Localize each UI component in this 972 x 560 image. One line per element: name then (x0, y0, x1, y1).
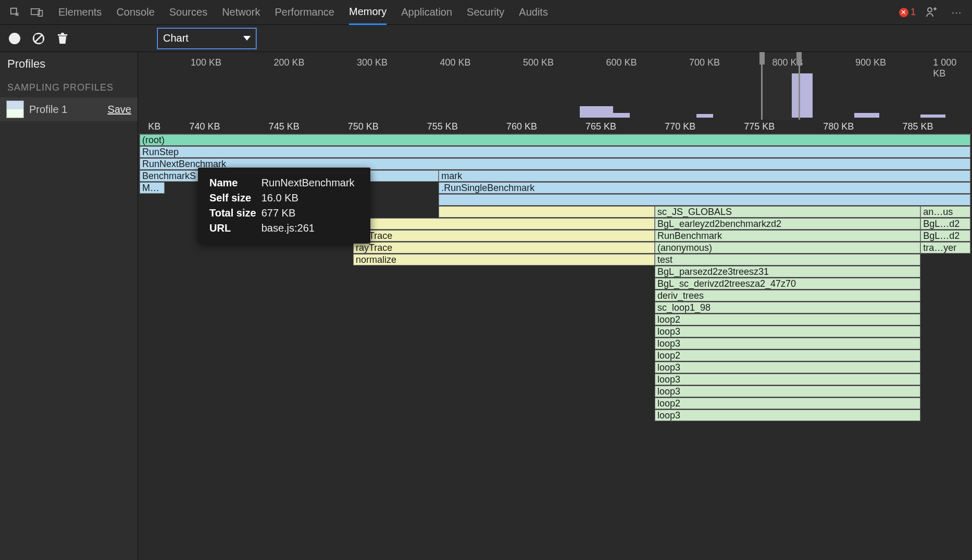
error-count-badge[interactable]: ✕ 1 (899, 7, 916, 18)
flame-cell[interactable]: test (655, 254, 920, 265)
flame-cell[interactable] (353, 218, 655, 230)
selection-grip-left[interactable] (759, 52, 765, 65)
flame-tick: 755 KB (427, 121, 458, 132)
flame-cell[interactable]: loop3 (655, 374, 920, 385)
tooltip-total-val: 677 KB (261, 206, 359, 220)
flame-cell[interactable] (439, 206, 655, 218)
flame-cell[interactable]: normalize (353, 254, 655, 265)
delete-button[interactable] (55, 31, 70, 46)
clear-button[interactable] (31, 31, 46, 46)
flame-tick: 745 KB (269, 121, 300, 132)
overview-tick: 300 KB (357, 57, 388, 68)
tooltip-name-val: RunNextBenchmark (261, 176, 359, 190)
flame-cell[interactable]: BgL_parsezd2ze3treesz31 (655, 266, 920, 277)
inspect-element-icon[interactable] (6, 4, 24, 21)
overview-tick: 400 KB (440, 57, 471, 68)
tooltip-url-key: URL (209, 221, 260, 235)
flame-cell[interactable]: RunStep (140, 146, 970, 158)
tooltip-total-key: Total size (209, 206, 260, 220)
devtools-tabbar: Elements Console Sources Network Perform… (0, 0, 972, 25)
tab-console[interactable]: Console (116, 0, 154, 25)
svg-point-3 (928, 8, 932, 12)
overview-tick: 600 KB (606, 57, 637, 68)
flame-cell[interactable]: loop3 (655, 362, 920, 373)
tab-sources[interactable]: Sources (169, 0, 207, 25)
flame-cell[interactable]: BgL…d2 (920, 218, 970, 230)
flame-cell[interactable]: loop3 (655, 410, 920, 421)
flame-tick: 740 KB (190, 121, 220, 132)
overview-tick: 100 KB (191, 57, 221, 68)
flame-tick: 750 KB (348, 121, 379, 132)
tab-audits[interactable]: Audits (519, 0, 548, 25)
sidebar-heading: Profiles (0, 52, 138, 75)
tab-memory[interactable]: Memory (349, 0, 387, 25)
panel-tabs: Elements Console Sources Network Perform… (58, 0, 895, 25)
flame-cell[interactable]: (root) (140, 134, 970, 146)
save-profile-link[interactable]: Save (107, 104, 131, 116)
overview-bars (140, 71, 970, 118)
tooltip-name-key: Name (209, 176, 260, 190)
flame-tick: 760 KB (506, 121, 537, 132)
tab-security[interactable]: Security (467, 0, 504, 25)
profile-icon (6, 100, 24, 118)
flame-cell[interactable]: BgL…d2 (920, 230, 970, 241)
chevron-down-icon (243, 36, 251, 41)
flame-tick: 770 KB (665, 121, 695, 132)
flame-cell[interactable]: loop2 (655, 398, 920, 409)
error-icon: ✕ (899, 8, 908, 17)
view-mode-select[interactable]: Chart (157, 28, 256, 49)
more-icon[interactable]: ⋯ (948, 4, 966, 21)
sidebar-section-label: SAMPLING PROFILES (0, 75, 138, 97)
flame-tick: 765 KB (585, 121, 616, 132)
record-button[interactable] (7, 31, 22, 46)
tab-elements[interactable]: Elements (58, 0, 102, 25)
flame-chart-area[interactable]: 100 KB 200 KB 300 KB 400 KB 500 KB 600 K… (138, 52, 972, 560)
flame-cell[interactable]: loop2 (655, 314, 920, 325)
flame-cell[interactable]: (anonymous) (655, 242, 920, 253)
tab-network[interactable]: Network (222, 0, 260, 25)
overview-tick: 200 KB (274, 57, 305, 68)
tab-application[interactable]: Application (401, 0, 452, 25)
flame-cell[interactable]: BgL_sc_derivzd2treesza2_47z70 (655, 278, 920, 289)
flame-cell[interactable]: BgL_earleyzd2benchmarkzd2 (655, 218, 920, 230)
overview-tick: 700 KB (689, 57, 720, 68)
toggle-device-icon[interactable] (28, 4, 46, 21)
flame-cell[interactable] (439, 194, 970, 206)
flame-cell[interactable]: rayTrace (353, 242, 655, 253)
selection-grip-right[interactable] (796, 52, 802, 65)
flame-tick: 785 KB (902, 121, 933, 132)
profile-name: Profile 1 (29, 104, 67, 116)
tooltip-self-key: Self size (209, 191, 260, 205)
tab-performance[interactable]: Performance (275, 0, 335, 25)
flame-ruler-unit: KB (148, 121, 160, 132)
flame-ruler[interactable]: KB 740 KB 745 KB 750 KB 755 KB 760 KB 76… (138, 120, 972, 134)
flame-cell[interactable]: loop3 (655, 326, 920, 337)
flame-tick: 775 KB (744, 121, 775, 132)
flame-tick: 780 KB (823, 121, 854, 132)
flame-cell[interactable]: sc_loop1_98 (655, 302, 920, 313)
flame-cell[interactable]: sc_JS_GLOBALS (655, 206, 920, 218)
flame-tooltip: NameRunNextBenchmark Self size16.0 KB To… (198, 168, 370, 244)
flame-cell[interactable]: deriv_trees (655, 290, 920, 301)
flame-cell[interactable]: Measure (140, 182, 165, 194)
view-mode-value: Chart (163, 32, 189, 44)
overview-ruler[interactable]: 100 KB 200 KB 300 KB 400 KB 500 KB 600 K… (140, 52, 970, 120)
error-count: 1 (911, 7, 916, 18)
flame-cell[interactable]: tra…yer (920, 242, 970, 253)
flame-cell[interactable]: .RunSingleBenchmark (439, 182, 970, 194)
flame-cell[interactable]: RunBenchmark (655, 230, 920, 241)
tooltip-url-val: base.js:261 (261, 221, 359, 235)
flame-cell[interactable]: rayTrace (353, 230, 655, 241)
svg-rect-2 (38, 10, 42, 16)
flame-cell[interactable]: loop3 (655, 386, 920, 397)
profile-row[interactable]: Profile 1 Save (0, 97, 138, 121)
overview-tick: 500 KB (523, 57, 554, 68)
flame-cell[interactable]: loop2 (655, 350, 920, 361)
feedback-icon[interactable] (923, 4, 941, 21)
flame-cell[interactable]: mark (439, 170, 970, 182)
profiles-sidebar: Profiles SAMPLING PROFILES Profile 1 Sav… (0, 52, 138, 560)
overview-selection[interactable] (761, 52, 800, 120)
flame-cell[interactable]: loop3 (655, 338, 920, 349)
overview-tick: 900 KB (855, 57, 886, 68)
flame-cell[interactable]: an…us (920, 206, 970, 218)
